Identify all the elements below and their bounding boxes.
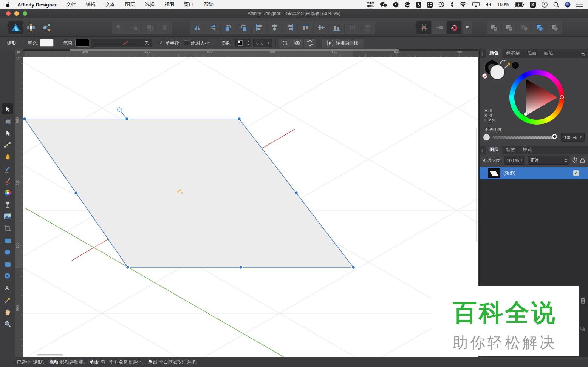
hue-wheel[interactable] [509,70,564,125]
opacity-slider-track[interactable] [492,136,556,139]
creative-cloud-icon[interactable] [404,2,410,8]
panel-menu-icon[interactable]: ≡▾ [581,51,585,57]
selection-handle[interactable] [238,117,241,121]
align-right-button[interactable] [283,21,298,34]
tab-2[interactable]: 笔画 [523,48,540,58]
fill-swatch[interactable] [40,39,54,47]
rectangle-tool[interactable] [3,236,12,245]
node-tool[interactable] [3,129,12,137]
link-icon[interactable] [580,327,585,331]
menu-item[interactable]: 图层 [120,1,140,8]
selection-handle[interactable] [74,191,78,195]
title-bar[interactable]: Affinity Designer - <未命名> [已修改] (304.5%) [0,9,588,18]
draw-persona-button[interactable] [8,21,23,34]
h-scrollbar-thumb[interactable] [70,49,399,51]
picked-color-chip[interactable] [512,62,519,69]
siri-icon[interactable] [565,2,571,8]
pen-tool[interactable] [3,153,12,161]
menu-item[interactable]: 文本 [101,1,120,8]
gear-icon[interactable] [571,157,578,163]
rotation-handle[interactable] [118,108,121,111]
insert-above-button[interactable] [127,21,142,34]
align-center-h-button[interactable] [267,21,282,34]
selection-handle[interactable] [239,266,243,269]
zoom-tool[interactable] [3,320,12,328]
layer-visibility-checkbox[interactable]: ✓ [573,170,579,176]
hand-tool[interactable] [3,308,12,316]
absolute-size-checkbox[interactable] [184,40,189,45]
move-tool[interactable] [3,105,12,113]
wifi-icon[interactable] [460,2,467,7]
pixel-persona-button[interactable] [23,21,38,34]
opacity-value-dropdown[interactable]: 100 %▼ [561,133,585,142]
selection-handle[interactable] [126,266,130,269]
text-tool[interactable]: A [3,284,12,292]
time-machine-icon[interactable] [438,2,444,8]
opacity-slider-knob[interactable] [552,134,557,139]
boolean-intersect-button[interactable] [517,21,532,34]
space-vertical-button[interactable] [360,21,375,34]
selection-handle[interactable] [295,191,298,195]
apple-icon[interactable] [5,2,11,8]
tab-0[interactable]: 图层 [486,145,502,154]
menu-item[interactable]: 帮助 [199,1,218,8]
panel-grip-icon[interactable]: ‖ [481,52,483,56]
snapping-options-dropdown[interactable] [463,21,472,34]
convert-to-curves-button[interactable]: 转换为曲线 [322,39,364,48]
opacity-swatch[interactable] [483,134,490,140]
single-radius-checkbox[interactable]: ✓ [159,40,163,45]
transparency-tool[interactable] [3,200,12,209]
memory-indicator[interactable]: MEM80% [367,1,374,8]
cycle-selection-button[interactable] [304,39,316,48]
stroke-swatch[interactable] [75,39,89,47]
trash-icon[interactable] [580,297,586,304]
align-middle-v-button[interactable] [314,21,329,34]
layer-row[interactable]: (矩形) ✓ [480,167,588,179]
rounded-rectangle-tool[interactable] [3,260,12,268]
launchpad-icon[interactable] [427,2,433,8]
menu-item[interactable]: 编辑 [81,1,101,8]
corner-percent-dropdown[interactable]: 0 %▼ [253,39,272,47]
rotate-ccw-button[interactable] [221,21,236,34]
export-persona-button[interactable] [39,21,54,34]
color-picker-tool[interactable] [3,296,12,304]
search-icon[interactable] [553,2,559,8]
airplay-icon[interactable] [472,2,480,7]
tab-0[interactable]: 颜色 [486,48,502,58]
triangle-selector[interactable] [524,113,528,116]
boolean-subtract-button[interactable] [502,21,517,34]
mic-icon[interactable] [416,2,421,8]
clock-icon[interactable] [542,2,548,8]
boolean-add-button[interactable] [487,21,501,34]
tab-1[interactable]: 特效 [502,145,519,154]
selection-handle[interactable] [23,117,26,121]
rotate-cw-button[interactable] [236,21,251,34]
hide-selection-button[interactable] [291,39,303,48]
align-left-button[interactable] [252,21,267,34]
menu-item[interactable]: 选择 [140,1,159,8]
space-horizontal-button[interactable] [345,21,360,34]
tab-1[interactable]: 样本条 [502,48,523,58]
menu-app-name[interactable]: Affinity Designer [13,2,61,8]
flip-vertical-button[interactable] [205,21,220,34]
vector-color-tool[interactable] [3,188,12,197]
s-app-icon[interactable]: S [530,2,536,8]
color-eyedropper-icon[interactable] [504,62,511,69]
blend-mode-dropdown[interactable]: 正常 [528,156,569,165]
v-scrollbar-thumb[interactable] [476,127,477,242]
artboard-tool[interactable] [3,117,12,125]
insert-inside-button[interactable] [142,21,157,34]
hsl-triangle[interactable] [514,75,559,120]
hue-ring-selector[interactable] [560,95,564,99]
selection-handle[interactable] [125,117,129,121]
tab-3[interactable]: 画笔 [540,48,557,58]
boolean-divide-button[interactable] [532,21,547,34]
menu-item[interactable]: 文件 [61,1,81,8]
bottom-scrollbar-thumb[interactable] [37,354,63,356]
menu-list-icon[interactable] [576,2,583,7]
snap-grid-toggle[interactable] [416,21,431,34]
bluetooth-icon[interactable] [450,2,454,8]
no-color-chip[interactable] [482,73,487,79]
layer-opacity-dropdown[interactable]: 100 %▼ [504,156,525,165]
ruler-vertical[interactable]: 400500600700800 [15,57,23,357]
